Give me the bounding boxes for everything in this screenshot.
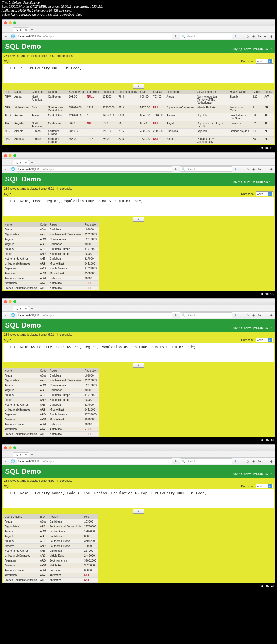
home-icon[interactable]: ⌂ [239, 34, 244, 38]
minimize-window-icon[interactable] [9, 446, 12, 449]
column-header[interactable]: Pop [83, 514, 98, 519]
database-select[interactable]: world▾ [256, 191, 273, 196]
zoom-window-icon[interactable] [13, 21, 16, 24]
column-header[interactable]: Code [38, 222, 48, 227]
home-icon[interactable]: ⌂ [239, 167, 244, 171]
new-tab-button[interactable]: + [31, 307, 33, 311]
extension-icon[interactable]: ◆ [269, 313, 273, 317]
download-icon[interactable]: ⬇ [233, 167, 238, 171]
download-icon[interactable]: ⬇ [233, 459, 238, 463]
url-input[interactable]: localhost/SQLDemo/sid.php [17, 166, 172, 172]
column-header[interactable]: HeadOfState [228, 90, 251, 94]
column-header[interactable]: LifeExpectancy [117, 90, 138, 94]
sync-icon[interactable]: ◉ [251, 167, 256, 171]
column-header[interactable]: Region [48, 368, 83, 373]
column-header[interactable]: GNP [138, 90, 151, 94]
menu-icon[interactable]: ☰ [263, 313, 268, 317]
column-header[interactable]: Population [83, 222, 99, 227]
back-button[interactable]: ← [4, 313, 9, 318]
pencil-icon[interactable]: ✎▾ [257, 167, 262, 171]
close-tab-icon[interactable]: ✕ [25, 454, 27, 456]
pencil-icon[interactable]: ✎▾ [257, 34, 262, 38]
download-icon[interactable]: ⬇ [233, 34, 238, 38]
print-icon[interactable]: ⎙ [245, 34, 250, 38]
url-input[interactable]: localhost/SQLDemo/sid.php [17, 312, 172, 318]
search-input[interactable]: 🔍Search [180, 34, 232, 39]
home-icon[interactable]: ⌂ [239, 313, 244, 317]
url-input[interactable]: localhost/SQLDemo/sid.php [17, 458, 172, 464]
reload-button[interactable]: ↻ [173, 34, 179, 39]
column-header[interactable]: ISO [38, 514, 48, 519]
column-header[interactable]: Region [48, 514, 83, 519]
new-tab-button[interactable]: + [31, 453, 33, 457]
new-tab-button[interactable]: + [31, 28, 33, 32]
menu-icon[interactable]: ☰ [263, 167, 268, 171]
back-button[interactable]: ← [4, 34, 9, 39]
column-header[interactable]: GNPOld [151, 90, 165, 94]
column-header[interactable]: Population [83, 368, 99, 373]
zoom-window-icon[interactable] [13, 154, 16, 157]
column-header[interactable]: Name [13, 90, 30, 94]
column-header[interactable]: Code [3, 90, 13, 94]
close-window-icon[interactable] [4, 300, 7, 303]
column-header[interactable]: Region [48, 222, 83, 227]
reload-button[interactable]: ↻ [173, 313, 179, 318]
column-header[interactable]: Capital [251, 90, 263, 94]
extension-icon[interactable]: ◆ [269, 459, 273, 463]
minimize-window-icon[interactable] [9, 300, 12, 303]
minimize-window-icon[interactable] [9, 21, 12, 24]
browser-tab[interactable]: SID ✕ [13, 27, 29, 32]
browser-tab[interactable]: SID ✕ [13, 452, 29, 457]
zoom-window-icon[interactable] [13, 300, 16, 303]
sync-icon[interactable]: ◉ [251, 313, 256, 317]
sync-icon[interactable]: ◉ [251, 459, 256, 463]
reload-button[interactable]: ↻ [173, 167, 179, 171]
column-header[interactable]: SurfaceArea [67, 90, 85, 94]
search-input[interactable]: 🔍Search [180, 166, 232, 172]
extension-icon[interactable]: ◆ [269, 34, 273, 38]
search-input[interactable]: 🔍Search [180, 312, 232, 318]
back-button[interactable]: ← [4, 167, 9, 171]
column-header[interactable]: Country Name [3, 514, 38, 519]
database-select[interactable]: world▾ [256, 484, 273, 488]
go-button[interactable]: Go [133, 84, 145, 89]
close-tab-icon[interactable]: ✕ [25, 161, 27, 164]
new-tab-button[interactable]: + [31, 161, 33, 165]
extension-icon[interactable]: ◆ [269, 167, 273, 171]
go-button[interactable]: Go [133, 363, 145, 368]
minimize-window-icon[interactable] [9, 154, 12, 157]
download-icon[interactable]: ⬇ [233, 313, 238, 317]
column-header[interactable]: Continent [30, 90, 47, 94]
url-input[interactable]: localhost/SQLDemo/sid.php [17, 34, 172, 39]
sync-icon[interactable]: ◉ [251, 34, 256, 38]
sql-input[interactable]: SELECT Name AS Country, Code AS ISO, Reg… [3, 343, 274, 362]
back-button[interactable]: ← [4, 459, 9, 464]
go-button[interactable]: Go [133, 509, 145, 514]
sql-input[interactable]: SELECT Name 'Country Name', Code AS ISO,… [3, 489, 274, 508]
database-select[interactable]: world▾ [256, 59, 273, 64]
menu-icon[interactable]: ☰ [263, 459, 268, 463]
close-window-icon[interactable] [4, 154, 7, 157]
pencil-icon[interactable]: ✎▾ [257, 313, 262, 317]
browser-tab[interactable]: SID ✕ [13, 306, 29, 311]
print-icon[interactable]: ⎙ [245, 459, 250, 463]
column-header[interactable]: Code2 [263, 90, 274, 94]
column-header[interactable]: Name [3, 368, 38, 373]
go-button[interactable]: Go [133, 217, 145, 222]
close-window-icon[interactable] [4, 21, 7, 24]
zoom-window-icon[interactable] [13, 446, 16, 449]
close-tab-icon[interactable]: ✕ [25, 308, 27, 310]
database-select[interactable]: world▾ [256, 338, 273, 342]
pencil-icon[interactable]: ✎▾ [257, 459, 262, 463]
reload-button[interactable]: ↻ [173, 459, 179, 464]
column-header[interactable]: GovernmentForm [195, 90, 228, 94]
column-header[interactable]: Population [101, 90, 117, 94]
search-input[interactable]: 🔍Search [180, 458, 232, 464]
print-icon[interactable]: ⎙ [245, 167, 250, 171]
column-header[interactable]: Name [3, 222, 38, 227]
column-header[interactable]: Code [38, 368, 48, 373]
print-icon[interactable]: ⎙ [245, 313, 250, 317]
close-window-icon[interactable] [4, 446, 7, 449]
column-header[interactable]: LocalName [165, 90, 196, 94]
column-header[interactable]: IndepYear [85, 90, 101, 94]
